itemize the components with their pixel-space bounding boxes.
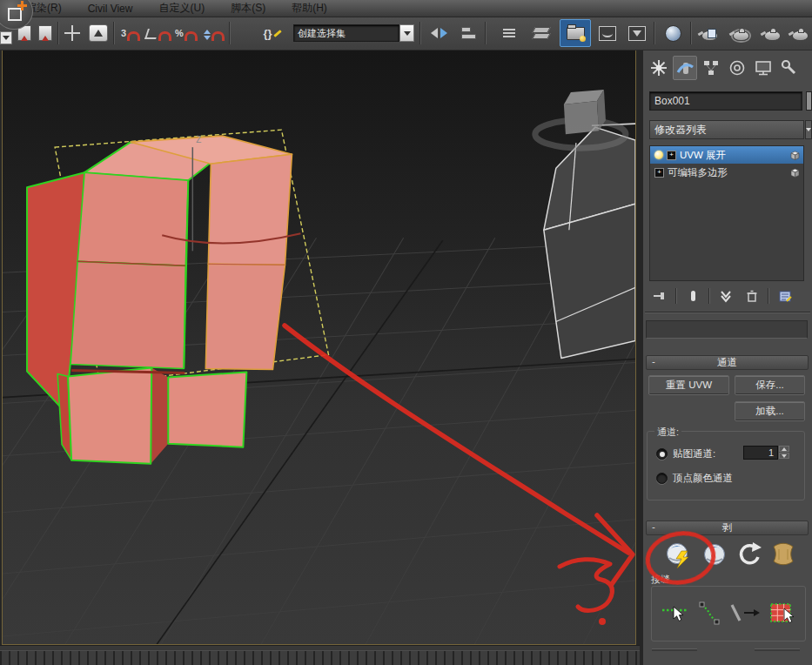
percent-snap-icon[interactable]: % — [173, 20, 199, 46]
menu-scripting[interactable]: 脚本(S) — [231, 1, 265, 16]
dope-sheet-icon[interactable] — [624, 20, 650, 46]
modifier-enabled-bulb-icon[interactable] — [654, 151, 663, 159]
material-editor-icon[interactable] — [659, 20, 687, 46]
schematic-view-icon[interactable] — [594, 20, 621, 46]
menu-bar: 渲染(R) Civil View 自定义(U) 脚本(S) 帮助(H) — [0, 0, 812, 17]
edit-seams-icon[interactable] — [661, 601, 692, 626]
pelt-map-icon[interactable] — [769, 541, 797, 568]
viewport-canvas: Z — [3, 50, 635, 644]
menu-help[interactable]: 帮助(H) — [292, 1, 327, 16]
select-and-place-icon[interactable] — [87, 20, 110, 46]
save-button[interactable]: 保存... — [735, 375, 805, 395]
command-panel: Box001 修改器列表 + UVW 展开 + 可编辑多边形 — [643, 50, 812, 665]
rendered-frame-window-icon[interactable] — [727, 20, 755, 46]
track-bar-ruler[interactable] — [0, 650, 640, 665]
track-bar[interactable] — [0, 645, 640, 665]
reset-uvw-button[interactable]: 重置 UVW — [648, 375, 729, 395]
spinner-buttons — [779, 446, 789, 459]
next-rollout-edge — [652, 648, 697, 651]
menu-civil-view[interactable]: Civil View — [88, 3, 133, 15]
tab-modify[interactable] — [673, 56, 697, 80]
3dsmax-window: 渲染(R) Civil View 自定义(U) 脚本(S) 帮助(H) 3 % … — [0, 0, 812, 665]
point-to-point-seam-icon[interactable] — [698, 601, 721, 627]
menu-customize[interactable]: 自定义(U) — [158, 1, 205, 16]
snap-toggle-3d-icon[interactable]: 3 — [117, 20, 144, 46]
selection-set-dropdown-button[interactable] — [399, 24, 414, 42]
command-panel-tabs — [647, 56, 802, 82]
quick-peel-icon[interactable] — [664, 540, 694, 569]
vertex-color-radio[interactable] — [656, 473, 668, 484]
spinner-snap-icon[interactable] — [201, 20, 227, 46]
modifier-uvw-unwrap[interactable]: + UVW 展开 — [650, 146, 803, 164]
peel-mode-icon[interactable] — [701, 541, 728, 568]
channel-rollout-header[interactable]: - 通道 — [646, 355, 809, 370]
vertex-color-row: 顶点颜色通道 — [656, 472, 733, 485]
map-channel-radio[interactable] — [656, 448, 668, 460]
mini-dropdown-icon[interactable] — [0, 31, 12, 44]
make-unique-icon[interactable] — [715, 286, 736, 306]
named-selection-sets-icon[interactable]: {} — [258, 20, 287, 46]
cube-icon — [789, 150, 801, 161]
map-channel-spinner[interactable]: 1 — [743, 446, 778, 460]
next-rollout-edge — [755, 648, 800, 651]
layer-manager-icon[interactable] — [497, 20, 521, 46]
z-axis-label: Z — [196, 135, 201, 144]
configure-modifier-sets-icon[interactable] — [775, 286, 795, 306]
polygon-selection-to-seams-icon[interactable] — [768, 601, 797, 626]
edge-selection-to-seams-icon[interactable] — [727, 601, 762, 626]
graphite-ribbon-icon[interactable] — [525, 20, 556, 46]
remove-modifier-icon[interactable] — [742, 286, 762, 306]
render-iterative-icon[interactable] — [788, 20, 812, 46]
curve-editor-icon[interactable] — [560, 19, 591, 47]
cube-icon — [789, 167, 801, 178]
pin-stack-icon[interactable] — [649, 286, 670, 306]
object-color-swatch[interactable] — [806, 91, 812, 111]
viewport-perspective[interactable]: Z — [2, 50, 636, 645]
reset-peel-icon[interactable] — [735, 541, 762, 568]
selection-set-combo[interactable]: 创建选择集 — [293, 24, 399, 42]
seams-label: 接缝 — [651, 573, 670, 586]
peel-tools — [664, 540, 797, 569]
expand-plus-icon[interactable]: + — [667, 151, 676, 160]
object-name-field[interactable]: Box001 — [649, 91, 802, 111]
spinner-down-button[interactable] — [779, 453, 789, 459]
show-end-result-icon[interactable] — [682, 286, 703, 306]
expand-plus-icon[interactable]: + — [654, 168, 664, 178]
modifier-editable-poly[interactable]: + 可编辑多边形 — [650, 164, 803, 181]
tab-create[interactable] — [647, 56, 671, 80]
tab-hierarchy[interactable] — [699, 56, 723, 80]
main-toolbar: 3 % {} 创建选择集 — [0, 17, 812, 50]
tab-utilities[interactable] — [777, 56, 802, 80]
modifier-list-dropdown[interactable]: 修改器列表 — [649, 120, 804, 139]
modifier-list-chevron-icon[interactable] — [805, 120, 812, 139]
render-production-icon[interactable] — [758, 20, 786, 46]
map-channel-row: 贴图通道: 1 — [656, 447, 715, 460]
app-square-icon — [8, 8, 22, 21]
spinner-up-button[interactable] — [779, 446, 789, 452]
parameters-strip — [646, 320, 808, 339]
tab-display[interactable] — [751, 56, 775, 80]
tab-motion[interactable] — [725, 56, 749, 80]
channel-group: 通道: 贴图通道: 1 顶点颜色通道 — [647, 431, 805, 500]
peel-rollout-header[interactable]: - 剥 — [646, 521, 809, 535]
seams-group — [651, 586, 806, 641]
select-by-name-icon[interactable] — [37, 20, 54, 46]
selection-set-combo-value: 创建选择集 — [298, 27, 346, 40]
load-button[interactable]: 加载... — [735, 401, 805, 421]
stack-toolbar — [649, 285, 804, 306]
mirror-icon[interactable] — [426, 20, 452, 46]
render-setup-icon[interactable] — [695, 20, 723, 46]
select-and-move-icon[interactable] — [61, 20, 84, 46]
align-icon[interactable] — [455, 20, 481, 46]
modifier-stack: + UVW 展开 + 可编辑多边形 — [649, 145, 804, 281]
angle-snap-icon[interactable] — [145, 20, 171, 46]
